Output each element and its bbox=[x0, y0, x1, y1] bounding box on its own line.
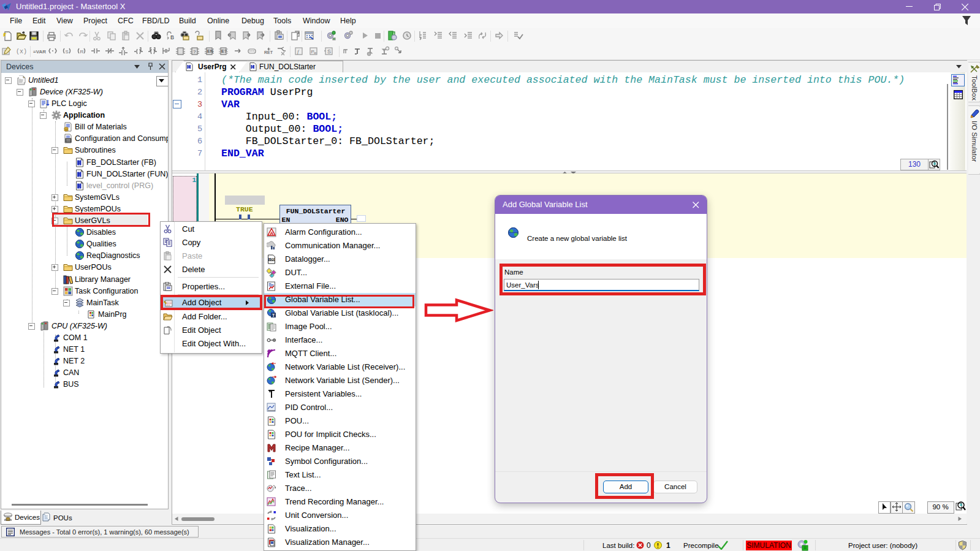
svg-text:w: w bbox=[313, 51, 317, 55]
svg-text:=VAR: =VAR bbox=[33, 49, 46, 55]
svg-text:B: B bbox=[170, 34, 174, 40]
svg-text:S: S bbox=[327, 48, 331, 55]
svg-text:RET: RET bbox=[264, 50, 273, 55]
svg-text:A: A bbox=[270, 230, 274, 237]
svg-text:?: ? bbox=[193, 49, 196, 55]
svg-text:E?: E? bbox=[221, 49, 227, 53]
svg-text:(x): (x) bbox=[16, 48, 27, 55]
svg-text:T: T bbox=[272, 313, 275, 317]
svg-text:LOG: LOG bbox=[269, 258, 275, 261]
svg-text:S: S bbox=[66, 49, 69, 55]
svg-text:R: R bbox=[80, 49, 84, 55]
